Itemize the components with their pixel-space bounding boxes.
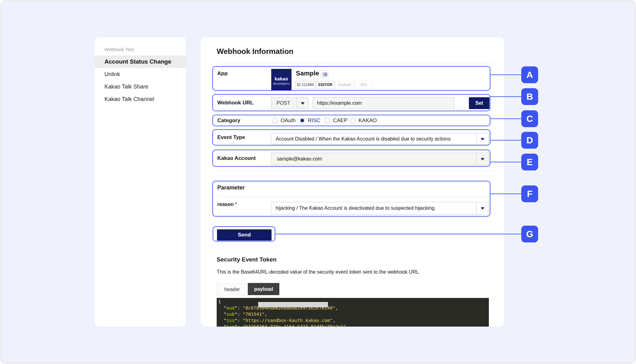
main-edge-dotted-line xyxy=(504,37,504,338)
code-line: "iss": "https://sandbox-kauth.kakao.com"… xyxy=(218,317,489,323)
category-option-oauth[interactable]: OAuth xyxy=(272,117,296,124)
radio-label: RISC xyxy=(308,117,320,124)
screenshot-canvas: Webhook Test Account Status ChangeUnlink… xyxy=(0,0,636,364)
reason-arrow-section xyxy=(476,202,489,214)
sidebar-item-unlink[interactable]: Unlink xyxy=(95,68,186,80)
radio-label: KAKAO xyxy=(359,117,377,124)
security-event-token-title: Security Event Token xyxy=(217,256,277,263)
chevron-down-icon xyxy=(481,158,484,160)
sidebar-item-kakao-talk-share[interactable]: Kakao Talk Share xyxy=(95,80,186,93)
reason-value: hijacking / The Kakao Account is deactiv… xyxy=(276,202,436,214)
app-badge-id-211965: ID 211965 xyxy=(295,81,316,89)
radio-unchecked-icon xyxy=(324,117,331,124)
kakao-account-arrow-section xyxy=(476,153,489,165)
set-button[interactable]: Set xyxy=(469,97,489,109)
sidebar-section-title: Webhook Test xyxy=(104,47,134,52)
required-asterisk: * xyxy=(235,202,237,207)
category-option-kakao[interactable]: KAKAO xyxy=(349,117,377,124)
webhook-url-label: Webhook URL xyxy=(217,100,253,106)
app-badge-editor: EDITOR xyxy=(316,81,335,89)
radio-checked-icon xyxy=(299,117,306,124)
radio-unchecked-icon xyxy=(349,117,356,124)
app-list-button[interactable] xyxy=(321,70,329,78)
kakao-account-label: Kakao Account xyxy=(217,155,256,161)
chevron-down-icon xyxy=(481,138,484,141)
parameter-divider xyxy=(217,197,489,197)
sidebar: Webhook Test Account Status ChangeUnlink… xyxy=(95,37,186,327)
event-type-value: Account Disabled / When the Kakao Accoun… xyxy=(276,133,450,144)
kakao-account-value: sample@kakao.com xyxy=(277,153,322,165)
annotation-line-d xyxy=(490,140,523,141)
annotation-label-d: D xyxy=(521,132,538,149)
sidebar-edge-dotted-line xyxy=(186,37,186,327)
parameter-title: Parameter xyxy=(217,184,245,191)
category-option-risc[interactable]: RISC xyxy=(299,117,320,124)
app-badge-ios: iOS xyxy=(354,81,373,89)
app-badge-android: Android xyxy=(335,81,354,89)
event-type-arrow-section xyxy=(476,133,489,144)
code-line: "txn": "b32b8263-774c-415d-b72f-01dfbc70… xyxy=(218,323,489,327)
logo-text-developers: developers xyxy=(271,82,292,85)
annotation-label-f: F xyxy=(521,185,538,202)
sidebar-item-account-status-change[interactable]: Account Status Change xyxy=(95,55,186,68)
http-method-select[interactable]: POST xyxy=(271,97,308,109)
category-row: Category OAuthRISCCAEPKAKAO xyxy=(212,115,490,126)
divider-top xyxy=(217,64,495,64)
category-option-caep[interactable]: CAEP xyxy=(324,117,347,124)
code-line: "sub": "701541", xyxy=(218,311,489,317)
sidebar-item-kakao-talk-channel[interactable]: Kakao Talk Channel xyxy=(95,93,186,105)
event-type-select[interactable]: Account Disabled / When the Kakao Accoun… xyxy=(271,133,489,145)
send-button[interactable]: Send xyxy=(217,229,272,241)
app-row: App kakao developers Sample ID 2119 xyxy=(212,66,490,91)
divider-middle xyxy=(217,170,495,170)
kakao-developers-logo: kakao developers xyxy=(271,69,292,90)
radio-label: CAEP xyxy=(333,117,347,124)
send-box: Send xyxy=(213,226,275,242)
annotation-line-b xyxy=(490,96,523,97)
annotation-line-e xyxy=(490,162,523,162)
annotation-label-e: E xyxy=(521,154,538,170)
annotation-label-a: A xyxy=(521,66,538,83)
list-icon xyxy=(323,73,327,76)
app-badges: ID 211965EDITORAndroidiOS xyxy=(295,81,373,89)
tab-payload[interactable]: payload xyxy=(248,283,279,295)
annotation-line-g xyxy=(275,234,523,234)
redaction-overlay xyxy=(258,302,328,307)
method-select-arrow-section xyxy=(297,98,308,109)
annotation-line-f xyxy=(490,194,523,194)
event-type-label: Event Type xyxy=(217,134,245,141)
kakao-account-row: Kakao Account sample@kakao.com xyxy=(212,150,490,167)
annotation-label-b: B xyxy=(521,88,538,105)
annotation-label-c: C xyxy=(521,110,538,127)
http-method-value: POST xyxy=(277,98,290,109)
app-label: App xyxy=(217,70,228,77)
annotation-line-c xyxy=(490,118,523,119)
event-type-row: Event Type Account Disabled / When the K… xyxy=(212,129,490,146)
token-tabs: headerpayload xyxy=(216,283,279,295)
token-code-block: { "aud": "8c67b504eab62ebbbab299f3e2e761… xyxy=(217,298,489,327)
page-title: Webhook Information xyxy=(217,47,293,56)
token-json: { "aud": "8c67b504eab62ebbbab299f3e2e761… xyxy=(217,298,489,327)
webhook-url-row: Webhook URL POST Set xyxy=(212,94,490,111)
radio-label: OAuth xyxy=(281,117,296,124)
tab-header[interactable]: header xyxy=(216,283,248,295)
chevron-down-icon xyxy=(481,207,484,210)
annotation-label-g: G xyxy=(521,226,538,242)
chevron-down-icon xyxy=(301,102,305,105)
kakao-account-select[interactable]: sample@kakao.com xyxy=(271,153,489,165)
parameter-box: Parameter reason* hijacking / The Kakao … xyxy=(212,181,490,217)
radio-unchecked-icon xyxy=(272,117,278,124)
category-radio-group: OAuthRISCCAEPKAKAO xyxy=(213,115,490,126)
annotation-line-a xyxy=(490,74,523,75)
reason-label: reason* xyxy=(217,202,237,207)
main-panel: Webhook Information App kakao developers… xyxy=(201,37,504,327)
webhook-url-input[interactable] xyxy=(313,97,454,109)
security-event-token-description: This is the Base64URL-decoded value of t… xyxy=(217,269,420,275)
logo-text-kakao: kakao xyxy=(271,76,292,81)
reason-select[interactable]: hijacking / The Kakao Account is deactiv… xyxy=(271,202,489,214)
app-name: Sample xyxy=(296,69,319,77)
